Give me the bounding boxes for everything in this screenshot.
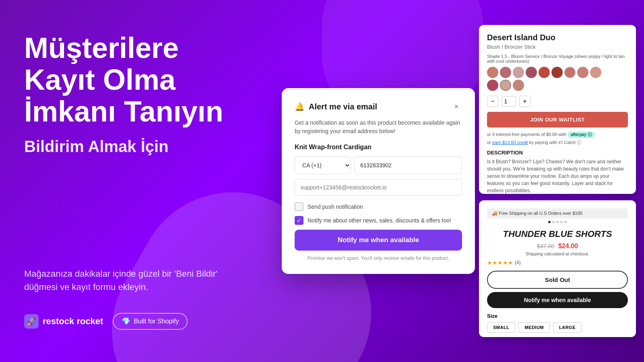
qty-input[interactable] [502, 96, 516, 107]
shipping-note: Shipping calculated at checkout. [487, 251, 628, 256]
dot-4 [560, 221, 563, 223]
phone-country-select[interactable]: CA (+1) [295, 156, 351, 174]
subscribe-label: Notify me about other news, sales, disco… [308, 217, 451, 224]
thunder-title: THUNDER BLUE SHORTS [487, 229, 628, 239]
subscribe-row: ✓ Notify me about other news, sales, dis… [295, 216, 462, 225]
thunder-shorts-card: 🚚 Free Shipping on all U.S Orders over $… [479, 200, 636, 337]
size-label: Size [487, 313, 628, 319]
afterpay-badge: afterpay ⓘ [568, 132, 595, 138]
rocket-icon: 🚀 [24, 314, 39, 329]
left-panel: Müşterilere Kayıt Olma İmkanı Tanıyın Bi… [0, 0, 274, 362]
logo-text: restock rocket [43, 316, 103, 327]
shopify-badge-button[interactable]: 💎 Built for Shopify [113, 313, 188, 330]
notify-available-button[interactable]: Notify me when available [487, 292, 628, 308]
review-count: (4) [515, 260, 521, 265]
swatch-7[interactable] [564, 67, 576, 78]
description-label-1: DESCRIPTION [487, 150, 628, 156]
qty-decrease-button[interactable]: − [487, 96, 498, 107]
modal-product-name: Knit Wrap-front Cardigan [295, 144, 462, 151]
hero-title: Müşterilere Kayıt Olma İmkanı Tanıyın [24, 32, 250, 128]
swatch-10[interactable] [487, 80, 498, 91]
stars-icon: ★★★★★ [487, 259, 513, 266]
swatch-11[interactable] [500, 80, 511, 91]
size-medium-button[interactable]: MEDIUM [518, 322, 550, 333]
spam-notice: Promise we won't spam. You'll only recei… [295, 255, 462, 261]
push-notification-row: Send push notification [295, 202, 462, 211]
swatch-2[interactable] [500, 67, 511, 78]
swatch-6[interactable] [551, 67, 563, 78]
dot-5 [564, 221, 567, 223]
description-text-1: Is it Blush? Bronzer? Lips? Cheeks? We d… [487, 158, 628, 194]
sold-out-button[interactable]: Sold Out [487, 271, 628, 289]
dot-3 [556, 221, 559, 223]
swatch-3[interactable] [513, 67, 524, 78]
price-row: $47.00 $24.00 [487, 243, 628, 250]
hero-description: Mağazanıza dakikalar içinde güzel bir 'B… [24, 267, 225, 294]
swatch-12[interactable] [513, 80, 524, 91]
dot-2 [552, 221, 555, 223]
modal-close-button[interactable]: × [451, 101, 462, 112]
join-waitlist-button[interactable]: JOIN OUR WAITLIST [487, 112, 628, 128]
sale-price: $24.00 [558, 243, 578, 250]
phone-number-input[interactable] [354, 156, 462, 174]
shopify-badge-label: Built for Shopify [134, 318, 179, 325]
modal-description: Get a notification as soon as this produ… [295, 119, 462, 136]
original-price: $47.00 [537, 243, 554, 249]
catch-link[interactable]: earn $13.60 credit [492, 140, 528, 145]
modal-title: Alert me via email [309, 102, 377, 111]
diamond-icon: 💎 [122, 317, 130, 326]
size-small-button[interactable]: SMALL [487, 322, 515, 333]
center-panel: 🔔 Alert me via email × Get a notificatio… [274, 0, 483, 362]
stars-row: ★★★★★ (4) [487, 259, 628, 266]
afterpay-row: or 4 interest-free payments of $9.00 wit… [487, 132, 628, 138]
hero-subtitle: Bildirim Almak İçin [24, 138, 250, 156]
notify-button[interactable]: Notify me when available [295, 230, 462, 251]
subscribe-checkbox[interactable]: ✓ [295, 216, 303, 225]
modal-card: 🔔 Alert me via email × Get a notificatio… [282, 88, 475, 274]
size-options: SMALL MEDIUM LARGE [487, 322, 628, 333]
swatch-1[interactable] [487, 67, 498, 78]
qty-increase-button[interactable]: + [519, 96, 530, 107]
size-large-button[interactable]: LARGE [553, 322, 582, 333]
swatch-5[interactable] [539, 67, 550, 78]
shade-label: Shade 1.5 - Bloom Service / Bronze Voyag… [487, 54, 628, 64]
email-input[interactable] [295, 179, 462, 196]
swatch-8[interactable] [577, 67, 588, 78]
desert-subtitle: Blush / Bronzer Stick [487, 44, 628, 50]
catch-row: or earn $13.60 credit by paying with 🏷 C… [487, 140, 628, 146]
logo: 🚀 restock rocket [24, 314, 103, 329]
modal-header: 🔔 Alert me via email × [295, 101, 462, 112]
bell-icon: 🔔 [295, 102, 305, 111]
push-notification-checkbox[interactable] [295, 202, 303, 211]
push-notification-label: Send push notification [308, 204, 363, 210]
dot-1 [548, 221, 551, 223]
desert-island-card: Desert Island Duo Blush / Bronzer Stick … [479, 25, 636, 194]
phone-row: CA (+1) [295, 156, 462, 174]
swatch-9[interactable] [590, 67, 601, 78]
shade-swatches [487, 67, 628, 78]
shipping-banner: 🚚 Free Shipping on all U.S Orders over $… [487, 208, 628, 218]
quantity-row: − + [487, 96, 628, 107]
swatch-4[interactable] [526, 67, 537, 78]
dots-row [487, 218, 628, 226]
desert-title: Desert Island Duo [487, 33, 628, 42]
